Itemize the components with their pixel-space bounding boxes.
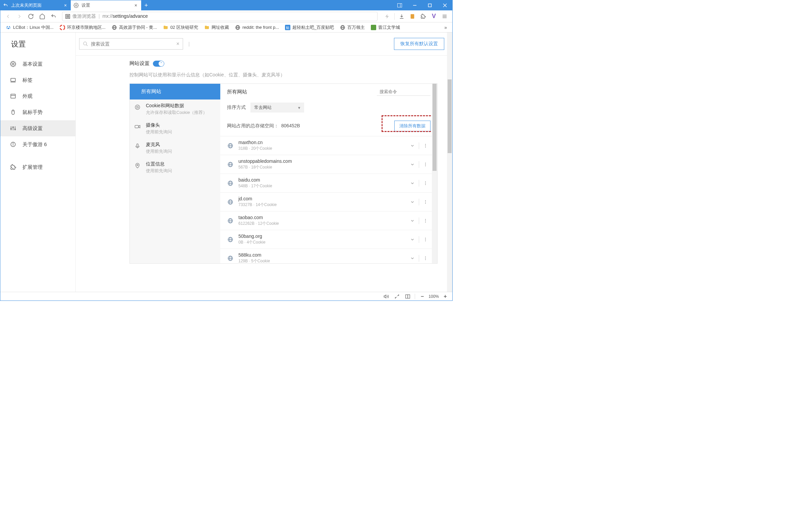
globe-icon — [227, 142, 234, 149]
address-bar[interactable]: 傲游浏览器 | mx://settings/advance — [62, 12, 378, 21]
back-button[interactable] — [3, 12, 13, 21]
fullscreen-icon[interactable] — [393, 293, 401, 300]
search-settings[interactable]: × — [79, 38, 183, 50]
restore-defaults-button[interactable]: 恢复所有默认设置 — [394, 38, 444, 50]
undo-close-button[interactable] — [49, 12, 59, 21]
sidebar-item[interactable]: 标签 — [0, 72, 75, 88]
scrollbar[interactable] — [447, 33, 452, 292]
sidebar-item-label: 鼠标手势 — [22, 109, 42, 116]
bookmark-label: 超轻粘土吧_百度贴吧 — [292, 24, 334, 31]
site-row: 50bang.org0B · 4个Cookie — [220, 230, 437, 249]
close-icon[interactable]: × — [133, 3, 139, 8]
category-item[interactable]: 位置信息使用前先询问 — [130, 158, 220, 177]
bookmark-icon — [112, 25, 117, 30]
bookmark-item[interactable]: 网址收藏 — [201, 23, 232, 32]
reload-button[interactable] — [26, 12, 36, 21]
sidebar-item-extensions[interactable]: 扩展管理 — [0, 159, 75, 175]
forward-button[interactable] — [14, 12, 24, 21]
zoom-out-button[interactable]: − — [418, 293, 426, 300]
svg-point-66 — [425, 144, 426, 145]
chevron-down-icon[interactable] — [407, 181, 417, 186]
volume-icon[interactable] — [382, 293, 390, 300]
bookmark-item[interactable]: LCBot：Linux 中国... — [3, 23, 56, 32]
note-icon[interactable] — [407, 12, 417, 21]
more-icon[interactable] — [420, 237, 431, 242]
info-icon — [10, 141, 16, 148]
mic-icon — [134, 142, 141, 150]
close-icon[interactable]: × — [63, 3, 68, 8]
zoom-in-button[interactable]: + — [441, 293, 450, 300]
category-title: 麦克风 — [146, 142, 216, 148]
page-title: 设置 — [0, 33, 75, 56]
chevron-down-icon[interactable] — [407, 200, 417, 204]
close-button[interactable] — [437, 0, 452, 11]
search-input[interactable] — [91, 41, 174, 46]
more-icon[interactable] — [420, 144, 431, 148]
category-item[interactable]: Cookie和网站数据允许保存和读取Cookie（推荐） — [130, 99, 220, 119]
sidebar-item[interactable]: 关于傲游 6 — [0, 136, 75, 152]
tab-settings[interactable]: 设置 × — [71, 0, 141, 11]
sidebar-item[interactable]: 基本设置 — [0, 56, 75, 72]
more-icon[interactable] — [420, 218, 431, 223]
svg-point-55 — [137, 108, 138, 109]
scrollbar[interactable] — [432, 84, 437, 263]
split-icon[interactable] — [403, 293, 412, 300]
bookmark-label: 环京楼市限购地区... — [67, 24, 106, 31]
chevron-down-icon[interactable] — [407, 162, 417, 167]
bookmark-item[interactable]: 贴超轻粘土吧_百度贴吧 — [282, 23, 337, 32]
sort-value: 常去网站 — [254, 104, 272, 111]
command-search-input[interactable] — [380, 89, 436, 94]
panel-left-header[interactable]: 所有网站 — [130, 84, 220, 99]
svg-point-56 — [138, 108, 139, 108]
minimize-button[interactable] — [407, 0, 422, 11]
svg-point-60 — [137, 165, 138, 166]
download-icon[interactable] — [397, 12, 407, 21]
window-icon — [10, 93, 16, 99]
bookmark-item[interactable]: 环京楼市限购地区... — [57, 23, 108, 32]
category-subtitle: 使用前先询问 — [146, 148, 216, 154]
bookmark-item[interactable]: 02 区块链研究 — [160, 23, 201, 32]
more-icon[interactable] — [420, 162, 431, 167]
section-toggle[interactable]: ⌃ — [153, 61, 164, 66]
svg-point-104 — [425, 259, 426, 260]
bookmark-item[interactable]: 高效源于协同 - 黄... — [109, 23, 160, 32]
clear-all-button[interactable]: 清除所有数据 — [394, 120, 431, 131]
more-icon[interactable] — [420, 256, 431, 261]
chevron-down-icon[interactable] — [407, 237, 417, 242]
puzzle-icon[interactable] — [418, 12, 428, 21]
chevron-down-icon[interactable] — [407, 218, 417, 223]
more-icon[interactable] — [420, 200, 431, 204]
menu-icon[interactable] — [440, 12, 450, 21]
sidebar-item[interactable]: 外观 — [0, 88, 75, 104]
maximize-button[interactable] — [422, 0, 437, 11]
sidebar-item[interactable]: 高级设置 — [0, 120, 75, 136]
flash-icon[interactable] — [382, 12, 392, 21]
site-meta: 548B · 17个Cookie — [238, 183, 407, 189]
clear-icon[interactable]: × — [176, 41, 179, 47]
command-search[interactable] — [377, 88, 431, 96]
svg-point-46 — [15, 129, 16, 130]
category-item[interactable]: 摄像头使用前先询问 — [130, 119, 220, 138]
sidebar-item-label: 扩展管理 — [22, 164, 42, 171]
bookmark-item[interactable]: reddit: the front p... — [232, 23, 281, 32]
svg-point-73 — [425, 164, 426, 165]
chevron-down-icon[interactable] — [407, 256, 417, 261]
bookmarks-overflow[interactable]: » — [441, 23, 450, 32]
bookmark-label: 网址收藏 — [212, 24, 229, 31]
bookmark-item[interactable]: 晋江文学城 — [368, 23, 403, 32]
undo-icon — [3, 3, 8, 8]
globe-icon — [227, 236, 234, 243]
v-icon[interactable]: V — [429, 12, 439, 21]
sidebar-item[interactable]: 鼠标手势 — [0, 104, 75, 120]
tab-prev-session[interactable]: 上次未关闭页面 × — [0, 0, 71, 11]
chevron-down-icon[interactable] — [407, 144, 417, 148]
category-item[interactable]: 麦克风使用前先询问 — [130, 138, 220, 158]
panel-toggle-icon[interactable] — [392, 0, 407, 11]
titlebar: 上次未关闭页面 × 设置 × + — [0, 0, 452, 11]
sort-select[interactable]: 常去网站 ▾ — [251, 102, 304, 113]
svg-line-51 — [86, 44, 88, 46]
more-icon[interactable] — [420, 181, 431, 186]
bookmark-item[interactable]: 百万领主 — [337, 23, 367, 32]
new-tab-button[interactable]: + — [141, 0, 151, 11]
home-button[interactable] — [37, 12, 47, 21]
